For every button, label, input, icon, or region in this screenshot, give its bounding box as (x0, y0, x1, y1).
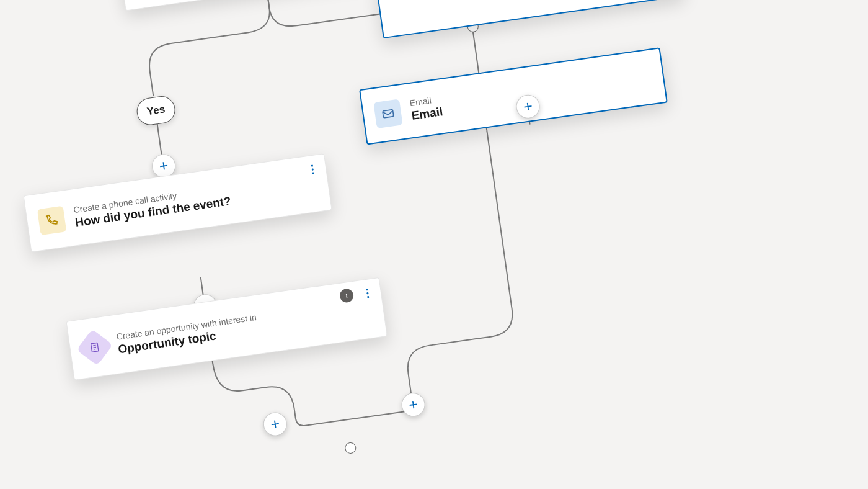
branch-label: Yes (146, 103, 166, 118)
svg-point-6 (311, 164, 314, 167)
node-email[interactable]: Email Email (359, 47, 668, 145)
opportunity-icon (76, 329, 113, 366)
condition-icon (128, 0, 165, 1)
phone-icon (37, 206, 66, 235)
svg-point-10 (346, 294, 347, 295)
connector-joint (344, 442, 356, 454)
mail-icon (373, 99, 402, 128)
node-opportunity[interactable]: Create an opportunity with interest in O… (66, 277, 387, 380)
flow-connectors (0, 0, 868, 489)
svg-point-7 (311, 168, 314, 171)
svg-point-14 (367, 296, 370, 298)
svg-point-13 (366, 292, 369, 295)
add-node-button[interactable] (262, 411, 288, 437)
node-phone-call[interactable]: Create a phone call activity How did you… (24, 153, 332, 252)
node-condition[interactable]: If/then branch Email Link Clicked (119, 0, 409, 11)
node-more-button[interactable] (360, 284, 376, 303)
node-more-button[interactable] (304, 160, 321, 179)
add-node-button[interactable] (400, 392, 427, 418)
warning-icon[interactable] (339, 288, 355, 303)
svg-rect-11 (346, 295, 347, 298)
svg-point-8 (312, 172, 314, 174)
branch-pill-yes[interactable]: Yes (135, 94, 177, 127)
svg-point-12 (366, 289, 368, 291)
node-email-placeholder[interactable] (375, 0, 684, 38)
